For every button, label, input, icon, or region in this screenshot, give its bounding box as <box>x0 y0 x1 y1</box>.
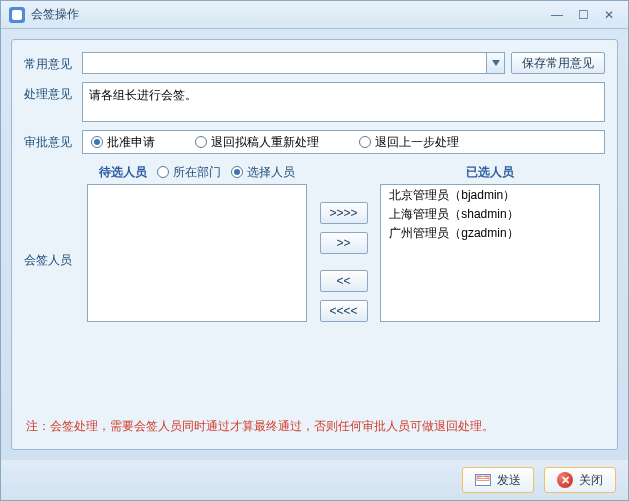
warning-note: 注：会签处理，需要会签人员同时通过才算最终通过，否则任何审批人员可做退回处理。 <box>26 418 603 435</box>
close-window-button[interactable]: ✕ <box>598 7 620 23</box>
radio-label: 所在部门 <box>173 164 221 181</box>
radio-label: 选择人员 <box>247 164 295 181</box>
content: 常用意见 保存常用意见 处理意见 请各组长进行会签。 审批意见 <box>1 29 628 460</box>
candidate-header: 待选人员 所在部门 选择人员 <box>99 162 295 182</box>
close-button[interactable]: ✕ 关闭 <box>544 467 616 493</box>
list-item[interactable]: 北京管理员（bjadmin） <box>381 186 599 205</box>
list-item[interactable]: 广州管理员（gzadmin） <box>381 224 599 243</box>
maximize-button[interactable]: ☐ <box>572 7 594 23</box>
radio-label: 退回上一步处理 <box>375 134 459 151</box>
process-opinion-textarea[interactable]: 请各组长进行会签。 <box>82 82 605 122</box>
selected-title: 已选人员 <box>466 164 514 181</box>
row-approval-opinion: 审批意见 批准申请 退回拟稿人重新处理 退回上一步处理 <box>24 130 605 154</box>
radio-icon <box>359 136 371 148</box>
radio-return-prev[interactable]: 退回上一步处理 <box>359 134 459 151</box>
selector-area: 待选人员 所在部门 选择人员 <box>82 162 605 322</box>
radio-return-drafter[interactable]: 退回拟稿人重新处理 <box>195 134 319 151</box>
app-icon <box>9 7 25 23</box>
radio-icon <box>91 136 103 148</box>
label-approval-opinion: 审批意见 <box>24 130 76 151</box>
radio-icon <box>195 136 207 148</box>
send-button[interactable]: 发送 <box>462 467 534 493</box>
window-title: 会签操作 <box>31 6 542 23</box>
common-opinion-combo[interactable] <box>82 52 505 74</box>
selected-header: 已选人员 <box>466 162 514 182</box>
window: 会签操作 — ☐ ✕ 常用意见 保存常用意见 处理意见 请各组长进行会签。 <box>0 0 629 501</box>
send-label: 发送 <box>497 472 521 489</box>
remove-all-button[interactable]: <<<< <box>320 300 368 322</box>
row-countersign: 会签人员 待选人员 所在部门 选择人员 <box>24 162 605 402</box>
row-common-opinion: 常用意见 保存常用意见 <box>24 52 605 74</box>
approval-radio-group: 批准申请 退回拟稿人重新处理 退回上一步处理 <box>82 130 605 154</box>
filter-by-department[interactable]: 所在部门 <box>157 164 221 181</box>
main-panel: 常用意见 保存常用意见 处理意见 请各组长进行会签。 审批意见 <box>11 39 618 450</box>
transfer-buttons: >>>> >> << <<<< <box>320 162 368 322</box>
selected-listbox[interactable]: 北京管理员（bjadmin）上海管理员（shadmin）广州管理员（gzadmi… <box>380 184 600 322</box>
radio-label: 退回拟稿人重新处理 <box>211 134 319 151</box>
close-icon: ✕ <box>557 472 573 488</box>
dropdown-icon[interactable] <box>486 53 504 73</box>
selected-column: 已选人员 北京管理员（bjadmin）上海管理员（shadmin）广州管理员（g… <box>376 162 606 322</box>
titlebar: 会签操作 — ☐ ✕ <box>1 1 628 29</box>
radio-icon <box>157 166 169 178</box>
label-process-opinion: 处理意见 <box>24 82 76 103</box>
add-all-button[interactable]: >>>> <box>320 202 368 224</box>
save-common-opinion-button[interactable]: 保存常用意见 <box>511 52 605 74</box>
radio-icon <box>231 166 243 178</box>
add-one-button[interactable]: >> <box>320 232 368 254</box>
common-opinion-input[interactable] <box>83 53 486 73</box>
svg-marker-0 <box>492 60 500 66</box>
radio-label: 批准申请 <box>107 134 155 151</box>
filter-by-person[interactable]: 选择人员 <box>231 164 295 181</box>
label-countersign: 会签人员 <box>24 162 76 269</box>
minimize-button[interactable]: — <box>546 7 568 23</box>
close-label: 关闭 <box>579 472 603 489</box>
radio-approve[interactable]: 批准申请 <box>91 134 155 151</box>
candidate-column: 待选人员 所在部门 选择人员 <box>82 162 312 322</box>
label-common-opinion: 常用意见 <box>24 52 76 73</box>
list-item[interactable]: 上海管理员（shadmin） <box>381 205 599 224</box>
remove-one-button[interactable]: << <box>320 270 368 292</box>
envelope-icon <box>475 474 491 486</box>
candidate-listbox[interactable] <box>87 184 307 322</box>
candidate-title: 待选人员 <box>99 164 147 181</box>
footer: 发送 ✕ 关闭 <box>1 460 628 500</box>
row-process-opinion: 处理意见 请各组长进行会签。 <box>24 82 605 122</box>
